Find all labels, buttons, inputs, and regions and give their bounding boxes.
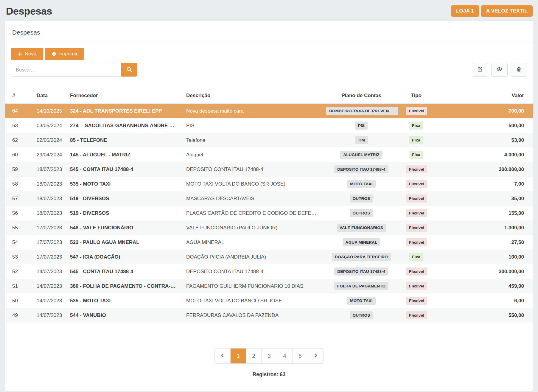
row-id: 62 bbox=[5, 133, 32, 147]
row-supplier: 544 - VANUBIO bbox=[65, 308, 181, 323]
row-type: Flexível bbox=[401, 191, 431, 206]
row-id: 50 bbox=[5, 293, 32, 308]
row-supplier: 535 - MOTO TAXI bbox=[65, 177, 181, 191]
expenses-card: Despesas Nova Imprimir bbox=[5, 21, 533, 391]
row-value: 550,00 bbox=[431, 308, 533, 323]
row-account-plan: DEPOSITO ITAU 17488-4 bbox=[321, 264, 401, 279]
table-row[interactable]: 56 18/07/2023 519 - DIVERSOS PLACAS CART… bbox=[5, 206, 533, 220]
table-row[interactable]: 51 14/07/2023 380 - FOLHA DE PAGAMENTO -… bbox=[5, 279, 533, 293]
row-supplier: 519 - DIVERSOS bbox=[65, 191, 181, 206]
row-supplier: 548 - VALE FUNCIONÁRIO bbox=[65, 220, 181, 235]
row-account-plan: OUTROS bbox=[321, 206, 401, 220]
plus-icon bbox=[18, 52, 22, 56]
table-row[interactable]: 55 17/07/2023 548 - VALE FUNCIONÁRIO VAL… bbox=[5, 220, 533, 235]
pagination-page-5[interactable]: 5 bbox=[292, 349, 308, 363]
row-type: Flexível bbox=[401, 206, 431, 220]
row-supplier: 519 - DIVERSOS bbox=[65, 206, 181, 220]
row-value: 155,00 bbox=[431, 206, 533, 220]
column-header-supplier: Fornecedor bbox=[65, 88, 181, 103]
row-account-plan: OUTROS bbox=[321, 191, 401, 206]
table-row[interactable]: 53 17/07/2023 547 - ICIA (DOAÇÃO) DOAÇÃO… bbox=[5, 250, 533, 264]
row-date: 14/07/2023 bbox=[32, 264, 65, 279]
pagination-prev-button[interactable] bbox=[215, 349, 230, 363]
row-supplier: 274 - -SACOLITAS-GARANHUNS-ANDRÉ PH… bbox=[65, 118, 181, 133]
row-id: 51 bbox=[5, 279, 32, 293]
store-button[interactable]: LOJA 1 bbox=[451, 5, 479, 17]
row-account-plan: AGUA MINERAL bbox=[321, 235, 401, 250]
type-badge: Flexível bbox=[406, 238, 427, 246]
type-badge: Flexível bbox=[406, 267, 427, 276]
trash-icon bbox=[516, 66, 522, 73]
row-account-plan: ALUGUEL MATRIZ bbox=[321, 147, 401, 162]
row-description: Nova despesa muito cara bbox=[181, 103, 321, 118]
row-supplier: 547 - ICIA (DOAÇÃO) bbox=[65, 250, 181, 264]
row-date: 18/07/2023 bbox=[32, 191, 65, 206]
print-button[interactable]: Imprimir bbox=[45, 48, 84, 60]
row-value: 100,00 bbox=[431, 250, 533, 264]
row-date: 17/07/2023 bbox=[32, 250, 65, 264]
row-description: Aluguel bbox=[181, 147, 321, 162]
action-group bbox=[472, 63, 527, 77]
row-value: 1.300,00 bbox=[431, 220, 533, 235]
row-description: MOTO TAXI VOLTA DO BANCO (SR JOSE) bbox=[181, 177, 321, 191]
row-date: 14/07/2023 bbox=[32, 279, 65, 293]
table-row[interactable]: 52 14/07/2023 545 - CONTA ITAU 17488-4 D… bbox=[5, 264, 533, 279]
pagination-next-button[interactable] bbox=[308, 349, 323, 363]
row-supplier: 545 - CONTA ITAU 17488-4 bbox=[65, 162, 181, 177]
company-button[interactable]: A VELOZ TEXTIL bbox=[481, 5, 533, 17]
row-type: Fixa bbox=[401, 147, 431, 162]
row-supplier: 535 - MOTO TAXI bbox=[65, 293, 181, 308]
account-plan-badge: ALUGUEL MATRIZ bbox=[340, 151, 382, 159]
new-expense-button[interactable]: Nova bbox=[11, 48, 43, 60]
row-id: 49 bbox=[5, 308, 32, 323]
table-row[interactable]: 62 02/05/2024 85 - TELEFONE Telefone TIM… bbox=[5, 133, 533, 147]
row-id: 54 bbox=[5, 235, 32, 250]
row-id: 59 bbox=[5, 162, 32, 177]
search-input[interactable] bbox=[11, 63, 121, 77]
table-row[interactable]: 57 18/07/2023 519 - DIVERSOS MASCARAS DE… bbox=[5, 191, 533, 206]
topbar-buttons: LOJA 1 A VELOZ TEXTIL bbox=[451, 5, 533, 17]
row-date: 18/07/2023 bbox=[32, 162, 65, 177]
table-row[interactable]: 63 03/05/2024 274 - -SACOLITAS-GARANHUNS… bbox=[5, 118, 533, 133]
type-badge: Flexível bbox=[406, 311, 427, 319]
account-plan-badge: PIS bbox=[355, 122, 368, 130]
search-icon bbox=[126, 66, 132, 73]
account-plan-badge: DEPOSITO ITAU 17488-4 bbox=[334, 165, 388, 173]
pagination-page-1[interactable]: 1 bbox=[230, 349, 246, 363]
row-description: FERRADURAS CAVALOS DA FAZENDA bbox=[181, 308, 321, 323]
page-title: Despesas bbox=[6, 5, 52, 17]
column-header-value: Valor bbox=[431, 88, 533, 103]
edit-button[interactable] bbox=[472, 63, 488, 77]
table-row-selected[interactable]: 64 14/10/2025 324 - ADL TRANSPORTES EIRE… bbox=[5, 103, 533, 118]
row-account-plan: OUTROS bbox=[321, 308, 401, 323]
account-plan-badge: BOMBEIRO-TAXA DE PREVEN... bbox=[326, 107, 398, 115]
account-plan-badge: FOLHA DE PAGAMENTO bbox=[334, 282, 388, 290]
table-row[interactable]: 60 29/04/2024 145 - ALUGUEL - MATRIZ Alu… bbox=[5, 147, 533, 162]
pagination-page-4[interactable]: 4 bbox=[277, 349, 292, 363]
pagination-page-2[interactable]: 2 bbox=[246, 349, 261, 363]
table-row[interactable]: 50 14/07/2023 535 - MOTO TAXI MOTO TAXI … bbox=[5, 293, 533, 308]
account-plan-badge: AGUA MINERAL bbox=[343, 238, 380, 246]
table-row[interactable]: 59 18/07/2023 545 - CONTA ITAU 17488-4 D… bbox=[5, 162, 533, 177]
search-button[interactable] bbox=[121, 63, 137, 77]
view-button[interactable] bbox=[491, 63, 508, 77]
account-plan-badge: OUTROS bbox=[350, 311, 373, 319]
type-badge: Fixa bbox=[409, 122, 423, 130]
table-row[interactable]: 54 17/07/2023 522 - PAULO AGUA MNERAL AG… bbox=[5, 235, 533, 250]
chevron-right-icon bbox=[313, 353, 318, 360]
row-id: 63 bbox=[5, 118, 32, 133]
table-row[interactable]: 49 14/07/2023 544 - VANUBIO FERRADURAS C… bbox=[5, 308, 533, 323]
type-badge: Fixa bbox=[409, 253, 423, 261]
search-row bbox=[11, 63, 527, 77]
delete-button[interactable] bbox=[511, 63, 527, 77]
eye-icon bbox=[496, 66, 503, 73]
table-row[interactable]: 58 18/07/2023 535 - MOTO TAXI MOTO TAXI … bbox=[5, 177, 533, 191]
pagination-page-3[interactable]: 3 bbox=[261, 349, 277, 363]
row-description: PLACAS CARTÃO DE CREDITO E CODIGO DE DEF… bbox=[181, 206, 321, 220]
toolbar: Nova Imprimir bbox=[11, 48, 527, 60]
row-id: 57 bbox=[5, 191, 32, 206]
row-id: 56 bbox=[5, 206, 32, 220]
row-description: DEPOSITO CONTA ITAU 17488-4 bbox=[181, 162, 321, 177]
type-badge: Flexível bbox=[406, 195, 427, 203]
row-supplier: 85 - TELEFONE bbox=[65, 133, 181, 147]
